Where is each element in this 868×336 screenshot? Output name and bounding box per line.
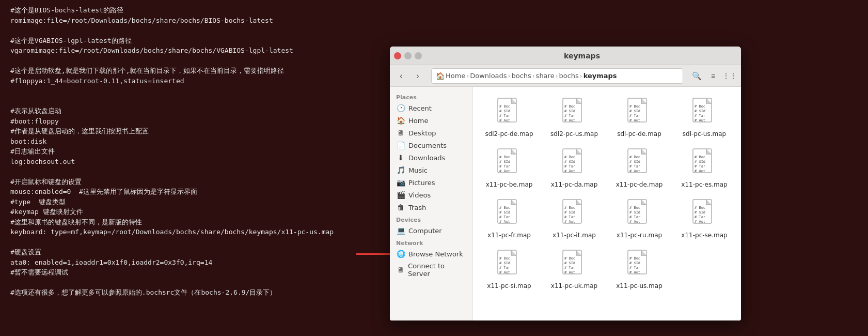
- file-item[interactable]: # Boc# $Id# Tar# Autx11-pc-de.map: [608, 143, 671, 191]
- sidebar-label-pictures: Pictures: [408, 179, 435, 187]
- file-name: x11-pc-us.map: [616, 282, 662, 289]
- file-name: sdl-pc-de.map: [617, 130, 661, 138]
- svg-text:# $Id: # $Id: [499, 210, 510, 215]
- file-name: x11-pc-uk.map: [551, 282, 597, 289]
- sidebar-label-home: Home: [408, 117, 428, 125]
- sidebar-item-pictures[interactable]: 📷 Pictures: [390, 176, 472, 189]
- videos-icon: 🎬: [396, 191, 405, 199]
- svg-text:# Boc: # Boc: [695, 104, 705, 109]
- sidebar-item-documents[interactable]: 📄 Documents: [390, 139, 472, 151]
- breadcrumb-home[interactable]: Home: [446, 72, 465, 80]
- svg-text:# $Id: # $Id: [695, 210, 705, 215]
- svg-text:# Boc: # Boc: [695, 206, 705, 210]
- file-item[interactable]: # Boc# $Id# Tar# Autx11-pc-us.map: [608, 244, 671, 293]
- file-item[interactable]: # Boc# $Id# Tar# Autx11-pc-si.map: [478, 244, 541, 293]
- titlebar: keymaps: [390, 47, 741, 65]
- svg-text:# Aut: # Aut: [499, 169, 510, 173]
- file-item[interactable]: # Boc# $Id# Tar# Autx11-pc-it.map: [543, 193, 606, 242]
- file-name: x11-pc-fr.map: [487, 232, 531, 239]
- svg-text:# Tar: # Tar: [564, 164, 575, 169]
- file-item[interactable]: # Boc# $Id# Tar# Autx11-pc-da.map: [543, 143, 606, 191]
- file-item[interactable]: # Boc# $Id# Tar# Autx11-pc-be.map: [478, 143, 541, 191]
- file-icon: # Boc# $Id# Tar# Aut: [691, 96, 718, 128]
- sidebar-item-browse-network[interactable]: 🌐 Browse Network: [390, 248, 472, 260]
- file-item[interactable]: # Boc# $Id# Tar# Autsdl2-pc-us.map: [543, 92, 606, 141]
- file-name: x11-pc-be.map: [486, 181, 533, 188]
- svg-text:# Aut: # Aut: [629, 169, 640, 173]
- svg-text:# Tar: # Tar: [629, 266, 640, 270]
- file-item[interactable]: # Boc# $Id# Tar# Autx11-pc-fr.map: [478, 193, 541, 242]
- file-icon: # Boc# $Id# Tar# Aut: [626, 197, 653, 230]
- file-grid: # Boc# $Id# Tar# Autsdl2-pc-de.map# Boc#…: [472, 87, 741, 320]
- breadcrumb-keymaps[interactable]: keymaps: [583, 72, 617, 80]
- svg-text:# Aut: # Aut: [695, 169, 705, 173]
- breadcrumb-bochs1[interactable]: bochs: [511, 72, 531, 80]
- svg-text:# $Id: # $Id: [629, 109, 640, 113]
- computer-icon: 💻: [396, 226, 405, 235]
- svg-text:# Aut: # Aut: [629, 270, 640, 274]
- breadcrumb-share[interactable]: share: [536, 72, 555, 80]
- sidebar-item-recent[interactable]: 🕐 Recent: [390, 102, 472, 114]
- window-title: keymaps: [427, 52, 737, 60]
- svg-text:# Aut: # Aut: [629, 118, 640, 123]
- pictures-icon: 📷: [396, 178, 405, 187]
- file-item[interactable]: # Boc# $Id# Tar# Autx11-pc-uk.map: [543, 244, 606, 293]
- sidebar-item-downloads[interactable]: ⬇ Downloads: [390, 151, 472, 164]
- trash-icon: 🗑: [396, 203, 405, 211]
- svg-text:# Boc: # Boc: [499, 206, 510, 210]
- file-name: x11-pc-de.map: [616, 181, 663, 188]
- sidebar-item-trash[interactable]: 🗑 Trash: [390, 201, 472, 213]
- file-item[interactable]: # Boc# $Id# Tar# Autsdl-pc-us.map: [673, 92, 736, 141]
- sidebar-label-connect-server: Connect to Server: [408, 262, 466, 278]
- file-icon: # Boc# $Id# Tar# Aut: [626, 96, 653, 128]
- file-item[interactable]: # Boc# $Id# Tar# Autsdl2-pc-de.map: [478, 92, 541, 141]
- file-name: x11-pc-it.map: [553, 232, 596, 239]
- svg-text:# Tar: # Tar: [695, 114, 705, 118]
- file-item[interactable]: # Boc# $Id# Tar# Autx11-pc-es.map: [673, 143, 736, 191]
- breadcrumb-bochs2[interactable]: bochs: [559, 72, 578, 80]
- svg-text:# Aut: # Aut: [695, 220, 705, 224]
- network-label: Network: [390, 237, 472, 248]
- svg-text:# Boc: # Boc: [564, 155, 575, 159]
- svg-text:# Tar: # Tar: [499, 164, 510, 169]
- svg-text:# Tar: # Tar: [695, 215, 705, 219]
- svg-text:# Tar: # Tar: [695, 164, 705, 169]
- file-item[interactable]: # Boc# $Id# Tar# Autx11-pc-ru.map: [608, 193, 671, 242]
- file-icon: # Boc# $Id# Tar# Aut: [561, 197, 588, 230]
- svg-text:# Boc: # Boc: [629, 206, 640, 210]
- maximize-button[interactable]: [415, 52, 422, 59]
- sidebar-item-desktop[interactable]: 🖥 Desktop: [390, 127, 472, 139]
- forward-button[interactable]: ›: [411, 69, 425, 83]
- svg-text:# Aut: # Aut: [629, 220, 640, 224]
- sidebar-label-trash: Trash: [408, 204, 426, 211]
- view-toggle-button[interactable]: ⋮⋮: [722, 69, 737, 83]
- sidebar-label-downloads: Downloads: [408, 154, 445, 162]
- svg-text:# Boc: # Boc: [564, 104, 575, 109]
- sidebar-item-home[interactable]: 🏠 Home: [390, 114, 472, 127]
- minimize-button[interactable]: [404, 52, 412, 59]
- svg-text:# $Id: # $Id: [564, 109, 575, 113]
- file-name: x11-pc-se.map: [681, 232, 727, 239]
- svg-text:# Tar: # Tar: [499, 114, 510, 118]
- file-item[interactable]: # Boc# $Id# Tar# Autx11-pc-se.map: [673, 193, 736, 242]
- file-item[interactable]: # Boc# $Id# Tar# Autsdl-pc-de.map: [608, 92, 671, 141]
- file-icon: # Boc# $Id# Tar# Aut: [561, 248, 588, 280]
- sidebar-item-connect-server[interactable]: 🖥 Connect to Server: [390, 260, 472, 280]
- file-icon: # Boc# $Id# Tar# Aut: [691, 197, 718, 230]
- sidebar-item-music[interactable]: 🎵 Music: [390, 164, 472, 176]
- window-controls: [394, 52, 422, 59]
- svg-text:# Boc: # Boc: [629, 155, 640, 159]
- menu-lines-button[interactable]: ≡: [706, 69, 720, 83]
- search-button[interactable]: 🔍: [689, 69, 704, 83]
- file-icon: # Boc# $Id# Tar# Aut: [691, 147, 718, 179]
- file-icon: # Boc# $Id# Tar# Aut: [496, 248, 523, 280]
- sidebar-item-computer[interactable]: 💻 Computer: [390, 224, 472, 237]
- file-icon: # Boc# $Id# Tar# Aut: [496, 96, 523, 128]
- close-button[interactable]: [394, 52, 401, 59]
- svg-text:# Boc: # Boc: [499, 104, 510, 109]
- back-button[interactable]: ‹: [394, 69, 408, 83]
- breadcrumb-downloads[interactable]: Downloads: [470, 72, 507, 80]
- sidebar-item-videos[interactable]: 🎬 Videos: [390, 189, 472, 201]
- svg-text:# $Id: # $Id: [564, 160, 575, 164]
- svg-text:# Tar: # Tar: [499, 266, 510, 270]
